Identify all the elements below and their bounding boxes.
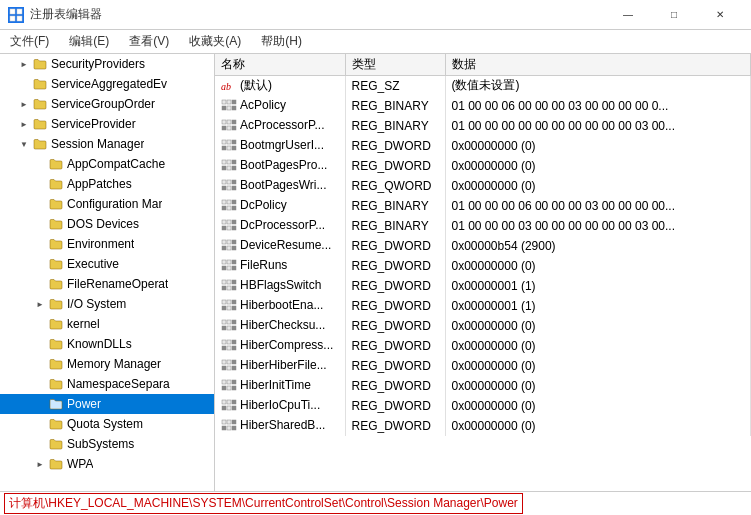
table-row[interactable]: HiberIoCpuTi...REG_DWORD0x00000000 (0) — [215, 396, 751, 416]
tree-item-knowndlls[interactable]: KnownDLLs — [0, 334, 214, 354]
minimize-button[interactable]: — — [605, 0, 651, 30]
tree-toggle-apppatches[interactable] — [32, 174, 48, 194]
tree-item-servicegroup[interactable]: ► ServiceGroupOrder — [0, 94, 214, 114]
reg-name-cell: BootPagesPro... — [215, 156, 345, 176]
table-row[interactable]: ab (默认)REG_SZ(数值未设置) — [215, 76, 751, 96]
tree-toggle-environment[interactable] — [32, 234, 48, 254]
reg-data-cell: 0x00000000 (0) — [445, 316, 751, 336]
tree-item-sessionmgr[interactable]: ▼ Session Manager — [0, 134, 214, 154]
tree-toggle-servicegroup[interactable]: ► — [16, 94, 32, 114]
tree-toggle-filerename[interactable] — [32, 274, 48, 294]
table-row[interactable]: HiberInitTimeREG_DWORD0x00000000 (0) — [215, 376, 751, 396]
close-button[interactable]: ✕ — [697, 0, 743, 30]
tree-toggle-knowndlls[interactable] — [32, 334, 48, 354]
tree-item-serviceprov[interactable]: ► ServiceProvider — [0, 114, 214, 134]
menu-help[interactable]: 帮助(H) — [251, 31, 312, 52]
tree-toggle-sessionmgr[interactable]: ▼ — [16, 134, 32, 154]
svg-rect-19 — [232, 140, 236, 144]
tree-toggle-serviceprov[interactable]: ► — [16, 114, 32, 134]
tree-item-quotasys[interactable]: Quota System — [0, 414, 214, 434]
tree-toggle-quotasys[interactable] — [32, 414, 48, 434]
tree-toggle-wpa[interactable]: ► — [32, 454, 48, 474]
tree-item-configmgr[interactable]: Configuration Mar — [0, 194, 214, 214]
tree-item-wpa[interactable]: ► WPA — [0, 454, 214, 474]
table-row[interactable]: DcProcessorP...REG_BINARY01 00 00 00 03 … — [215, 216, 751, 236]
tree-item-environment[interactable]: Environment — [0, 234, 214, 254]
svg-rect-103 — [232, 420, 236, 424]
tree-item-memorymgr[interactable]: Memory Manager — [0, 354, 214, 374]
tree-item-serviceagg[interactable]: ServiceAggregatedEv — [0, 74, 214, 94]
svg-rect-76 — [232, 326, 236, 330]
folder-icon-appcompat — [48, 156, 64, 172]
tree-item-security[interactable]: ► SecurityProviders — [0, 54, 214, 74]
table-row[interactable]: BootmgrUserI...REG_DWORD0x00000000 (0) — [215, 136, 751, 156]
tree-label-configmgr: Configuration Mar — [67, 197, 162, 211]
reg-name-cell: DcProcessorP... — [215, 216, 345, 236]
svg-rect-60 — [227, 280, 231, 284]
tree-item-iosystem[interactable]: ► I/O System — [0, 294, 214, 314]
tree-item-filerename[interactable]: FileRenameOperat — [0, 274, 214, 294]
folder-icon-environment — [48, 236, 64, 252]
svg-rect-62 — [222, 286, 226, 290]
menu-edit[interactable]: 编辑(E) — [59, 31, 119, 52]
app-title: 注册表编辑器 — [30, 6, 102, 23]
tree-toggle-security[interactable]: ► — [16, 54, 32, 74]
tree-toggle-serviceagg[interactable] — [16, 74, 32, 94]
reg-data-cell: 01 00 00 06 00 00 00 03 00 00 00 00 0... — [445, 96, 751, 116]
tree-toggle-kernel[interactable] — [32, 314, 48, 334]
tree-toggle-memorymgr[interactable] — [32, 354, 48, 374]
tree-item-dosdevices[interactable]: DOS Devices — [0, 214, 214, 234]
svg-rect-5 — [222, 100, 226, 104]
tree-item-subsystems[interactable]: SubSystems — [0, 434, 214, 454]
tree-toggle-power[interactable] — [32, 394, 48, 414]
tree-toggle-executive[interactable] — [32, 254, 48, 274]
reg-type-cell: REG_QWORD — [345, 176, 445, 196]
svg-rect-63 — [227, 286, 231, 290]
tree-toggle-dosdevices[interactable] — [32, 214, 48, 234]
table-row[interactable]: BootPagesPro...REG_DWORD0x00000000 (0) — [215, 156, 751, 176]
tree-toggle-subsystems[interactable] — [32, 434, 48, 454]
tree-item-namespacesep[interactable]: NamespaceSepara — [0, 374, 214, 394]
table-row[interactable]: HiberCompress...REG_DWORD0x00000000 (0) — [215, 336, 751, 356]
reg-data-cell: 0x00000000 (0) — [445, 336, 751, 356]
table-row[interactable]: DcPolicyREG_BINARY01 00 00 00 06 00 00 0… — [215, 196, 751, 216]
tree-item-apppatches[interactable]: AppPatches — [0, 174, 214, 194]
table-row[interactable]: HiberHiberFile...REG_DWORD0x00000000 (0) — [215, 356, 751, 376]
tree-item-appcompat[interactable]: AppCompatCache — [0, 154, 214, 174]
table-row[interactable]: AcPolicyREG_BINARY01 00 00 06 00 00 00 0… — [215, 96, 751, 116]
tree-item-kernel[interactable]: kernel — [0, 314, 214, 334]
menu-file[interactable]: 文件(F) — [0, 31, 59, 52]
svg-rect-3 — [17, 16, 22, 21]
tree-toggle-configmgr[interactable] — [32, 194, 48, 214]
table-row[interactable]: HiberChecksu...REG_DWORD0x00000000 (0) — [215, 316, 751, 336]
registry-tree[interactable]: ► SecurityProviders ServiceAggregatedEv►… — [0, 54, 215, 491]
table-row[interactable]: AcProcessorP...REG_BINARY01 00 00 00 00 … — [215, 116, 751, 136]
menu-view[interactable]: 查看(V) — [119, 31, 179, 52]
svg-rect-1 — [17, 9, 22, 14]
table-row[interactable]: HiberbootEna...REG_DWORD0x00000001 (1) — [215, 296, 751, 316]
maximize-button[interactable]: □ — [651, 0, 697, 30]
tree-item-power[interactable]: Power — [0, 394, 214, 414]
svg-rect-12 — [227, 120, 231, 124]
svg-rect-37 — [232, 200, 236, 204]
svg-rect-105 — [227, 426, 231, 430]
tree-label-environment: Environment — [67, 237, 134, 251]
tree-toggle-iosystem[interactable]: ► — [32, 294, 48, 314]
tree-toggle-appcompat[interactable] — [32, 154, 48, 174]
table-row[interactable]: BootPagesWri...REG_QWORD0x00000000 (0) — [215, 176, 751, 196]
reg-data-cell: 0x00000b54 (2900) — [445, 236, 751, 256]
tree-toggle-namespacesep[interactable] — [32, 374, 48, 394]
svg-rect-65 — [222, 300, 226, 304]
svg-rect-59 — [222, 280, 226, 284]
col-header-data: 数据 — [445, 54, 751, 76]
table-row[interactable]: FileRunsREG_DWORD0x00000000 (0) — [215, 256, 751, 276]
table-row[interactable]: DeviceResume...REG_DWORD0x00000b54 (2900… — [215, 236, 751, 256]
table-row[interactable]: HBFlagsSwitchREG_DWORD0x00000001 (1) — [215, 276, 751, 296]
svg-rect-36 — [227, 200, 231, 204]
reg-type-cell: REG_DWORD — [345, 396, 445, 416]
menu-favorites[interactable]: 收藏夹(A) — [179, 31, 251, 52]
svg-rect-52 — [232, 246, 236, 250]
tree-item-executive[interactable]: Executive — [0, 254, 214, 274]
reg-data-cell: 01 00 00 00 03 00 00 00 00 00 00 03 00..… — [445, 216, 751, 236]
table-row[interactable]: HiberSharedB...REG_DWORD0x00000000 (0) — [215, 416, 751, 436]
